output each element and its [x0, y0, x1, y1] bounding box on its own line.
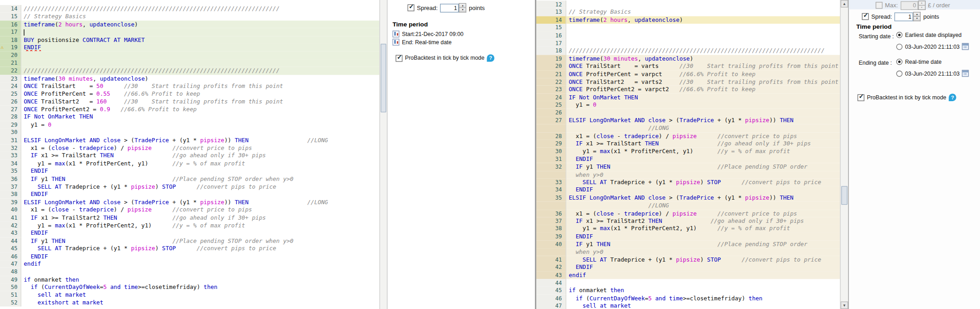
code-line-19[interactable]: 19timeframe(30 minutes, updateonclose) [536, 55, 840, 62]
code-line-45[interactable]: 45if onmarket then [536, 287, 840, 294]
spread-spinner[interactable]: ▲ ▼ [459, 3, 466, 13]
code-line-44[interactable]: 44 [536, 279, 840, 287]
code-line-15[interactable]: 15// Strategy Basics [0, 13, 379, 21]
code-line-34[interactable]: 34 ENDIF [536, 186, 840, 194]
max-checkbox[interactable] [875, 2, 882, 9]
code-line-28[interactable]: 28IF Not OnMarket THEN [0, 113, 379, 121]
code-line-32[interactable]: 32 IF y1 THEN //Place pending STOP order [536, 163, 840, 171]
code-line-48[interactable]: 48 [0, 268, 379, 276]
code-line-47[interactable]: 47endif [0, 260, 379, 268]
calendar-icon[interactable] [962, 43, 969, 50]
code-line-wrap[interactable]: //LONG [536, 124, 840, 132]
code-line-17[interactable]: 17 [536, 39, 840, 47]
code-line-31[interactable]: 31 ENDIF [536, 155, 840, 163]
code-line-40[interactable]: 40 IF y1 THEN //Place pending STOP order [536, 240, 840, 248]
code-line-35[interactable]: 35 ENDIF [0, 167, 379, 175]
tick-mode-checkbox[interactable] [858, 94, 865, 101]
ending-custom-radio[interactable] [896, 70, 903, 77]
spinner-down-icon[interactable]: ▼ [913, 17, 921, 21]
calendar-icon[interactable] [962, 70, 969, 77]
code-line-18[interactable]: 18BUY positionsize CONTRACT AT MARKET [0, 36, 379, 44]
code-line-39[interactable]: 39 ENDIF [536, 233, 840, 241]
code-line-14[interactable]: 14//////////////////////////////////////… [0, 5, 379, 13]
code-line-43[interactable]: 43endif [536, 271, 840, 279]
code-line-38[interactable]: 38 y1 = max(x1 * ProfitPerCent2, y1) //y… [536, 225, 840, 233]
code-line-15[interactable]: 15 [536, 24, 840, 31]
starting-custom-radio[interactable] [896, 43, 903, 50]
code-line-51[interactable]: 51 sell at market [0, 291, 379, 299]
code-line-49[interactable]: 49if onmarket then [0, 276, 379, 283]
code-line-14[interactable]: 14timeframe(2 hours, updateonclose) [536, 16, 840, 24]
spread-input[interactable] [895, 12, 913, 21]
help-icon[interactable]: ? [487, 54, 494, 62]
code-line-23[interactable]: 23ONCE ProfitPerCent2 = varpct2 //66.6% … [536, 86, 840, 93]
code-line-22[interactable]: 22//////////////////////////////////////… [0, 67, 379, 75]
code-line-13[interactable]: 13// Strategy Basics [536, 8, 840, 16]
starting-earliest-radio[interactable] [896, 32, 903, 38]
code-line-37[interactable]: 37 SELL AT Tradeprice + (y1 * pipsize) S… [0, 183, 379, 191]
code-line-30[interactable]: 30 [0, 129, 379, 137]
tick-mode-checkbox[interactable] [396, 55, 403, 62]
code-line-40[interactable]: 40 x1 = (close - tradeprice) / pipsize /… [0, 206, 379, 214]
left-editor-scrollbar[interactable] [379, 0, 387, 309]
code-line-41[interactable]: 41 IF x1 >= TrailStart2 THEN //go ahead … [0, 214, 379, 221]
code-line-20[interactable]: 20 [0, 52, 379, 59]
code-line-44[interactable]: 44 IF y1 THEN //Place pending STOP order… [0, 237, 379, 245]
code-line-29[interactable]: 29 y1 = 0 [0, 121, 379, 129]
code-line-30[interactable]: 30 y1 = max(x1 * ProfitPerCent, y1) //y … [536, 148, 840, 155]
max-spinner[interactable]: ▲ ▼ [918, 0, 925, 10]
code-line-25[interactable]: 25ONCE ProfitPerCent = 0.55 //66.6% Prof… [0, 90, 379, 98]
spinner-down-icon[interactable]: ▼ [918, 5, 925, 10]
code-line-16[interactable]: 16 [536, 31, 840, 39]
scrollbar-thumb[interactable] [381, 44, 386, 113]
code-line-38[interactable]: 38 ENDIF [0, 191, 379, 198]
code-line-26[interactable]: 26ONCE TrailStart2 = 160 //30 Start trai… [0, 98, 379, 106]
code-line-45[interactable]: 45 SELL AT Tradeprice + (y1 * pipsize) S… [0, 245, 379, 252]
code-line-52[interactable]: 52 exitshort at market [0, 299, 379, 307]
left-code-editor[interactable]: 14//////////////////////////////////////… [0, 0, 387, 309]
spread-spinner[interactable]: ▲ ▼ [913, 12, 921, 21]
code-line-18[interactable]: 18//////////////////////////////////////… [536, 47, 840, 55]
code-line-17[interactable]: 17 [0, 28, 379, 36]
code-line-23[interactable]: 23timeframe(30 minutes, updateonclose) [0, 75, 379, 82]
code-line-28[interactable]: 28 x1 = (close - tradeprice) / pipsize /… [536, 132, 840, 140]
code-line-25[interactable]: 25 y1 = 0 [536, 101, 840, 109]
right-editor-scrollbar[interactable]: ▲ ▼ [840, 0, 848, 309]
code-line-24[interactable]: 24ONCE TrailStart = 50 //30 Start traili… [0, 82, 379, 90]
spinner-down-icon[interactable]: ▼ [459, 8, 466, 13]
code-line-31[interactable]: 31ELSIF LongOnMarket AND close > (TradeP… [0, 136, 379, 144]
code-line-26[interactable]: 26 [536, 109, 840, 117]
scroll-up-button[interactable]: ▲ [841, 0, 848, 7]
code-line-35[interactable]: 35ELSIF LongOnMarket AND close > (TradeP… [536, 194, 840, 202]
spread-input[interactable] [440, 4, 459, 12]
code-line-21[interactable]: 21ONCE ProfitPerCent = varpct //66.6% Pr… [536, 70, 840, 78]
spinner-up-icon[interactable]: ▲ [918, 0, 925, 5]
code-line-22[interactable]: 22ONCE TrailStart2 = varts2 //30 Start t… [536, 78, 840, 86]
code-line-50[interactable]: 50 if (CurrentDayOfWeek=5 and time>=clos… [0, 283, 379, 291]
code-line-46[interactable]: 46 if (CurrentDayOfWeek=5 and time>=clos… [536, 294, 840, 302]
spinner-up-icon[interactable]: ▲ [459, 3, 466, 8]
code-line-37[interactable]: 37 IF x1 >= TrailStart2 THEN //go ahead … [536, 217, 840, 225]
max-input[interactable] [901, 1, 918, 10]
code-line-19[interactable]: ⚠19ENDIF [0, 44, 379, 52]
code-line-32[interactable]: 32 x1 = (close - tradeprice) / pipsize /… [0, 144, 379, 152]
code-line-39[interactable]: 39ELSIF LongOnMarket AND close > (TradeP… [0, 198, 379, 206]
ending-realtime-radio[interactable] [896, 59, 903, 65]
code-line-33[interactable]: 33 IF x1 >= TrailStart THEN //go ahead o… [0, 152, 379, 160]
right-code-editor[interactable]: 1213// Strategy Basics14timeframe(2 hour… [535, 0, 848, 309]
code-line-36[interactable]: 36 IF y1 THEN //Place pending STOP order… [0, 175, 379, 183]
code-line-wrap[interactable]: when y>0 [536, 171, 840, 179]
code-line-34[interactable]: 34 y1 = max(x1 * ProfitPerCent, y1) //y … [0, 160, 379, 167]
code-line-27[interactable]: 27ELSIF LongOnMarket AND close > (TradeP… [536, 117, 840, 124]
code-line-41[interactable]: 41 SELL AT Tradeprice + (y1 * pipsize) S… [536, 256, 840, 263]
code-line-42[interactable]: 42 ENDIF [536, 263, 840, 271]
spinner-up-icon[interactable]: ▲ [913, 12, 921, 17]
code-line-47[interactable]: 47 sell at market [536, 302, 840, 309]
code-line-24[interactable]: 24IF Not OnMarket THEN [536, 93, 840, 101]
code-line-12[interactable]: 12 [536, 0, 840, 8]
code-line-29[interactable]: 29 IF x1 >= TrailStart THEN //go ahead o… [536, 140, 840, 148]
code-line-21[interactable]: 21 [0, 59, 379, 67]
code-line-wrap[interactable]: //LONG [536, 202, 840, 210]
code-line-16[interactable]: 16timeframe(2 hours, updateonclose) [0, 21, 379, 28]
code-line-46[interactable]: 46 ENDIF [0, 252, 379, 260]
